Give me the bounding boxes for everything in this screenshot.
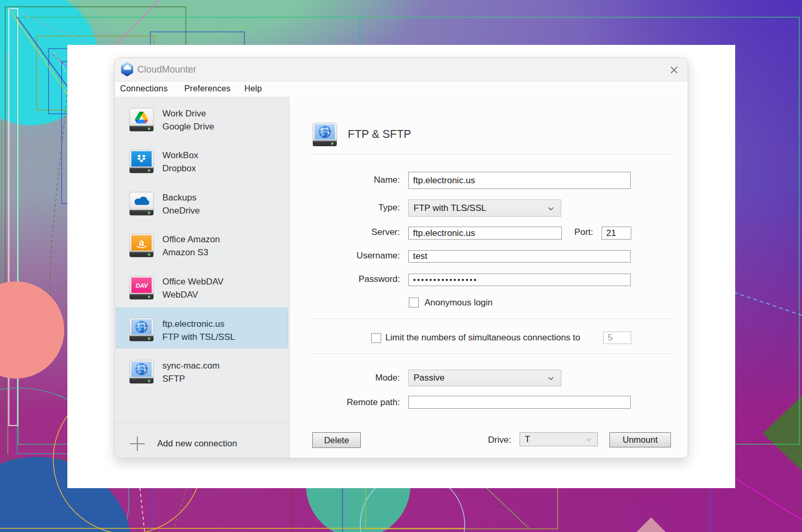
svg-text:a: a	[139, 237, 144, 248]
svg-text:DAV: DAV	[136, 282, 149, 289]
